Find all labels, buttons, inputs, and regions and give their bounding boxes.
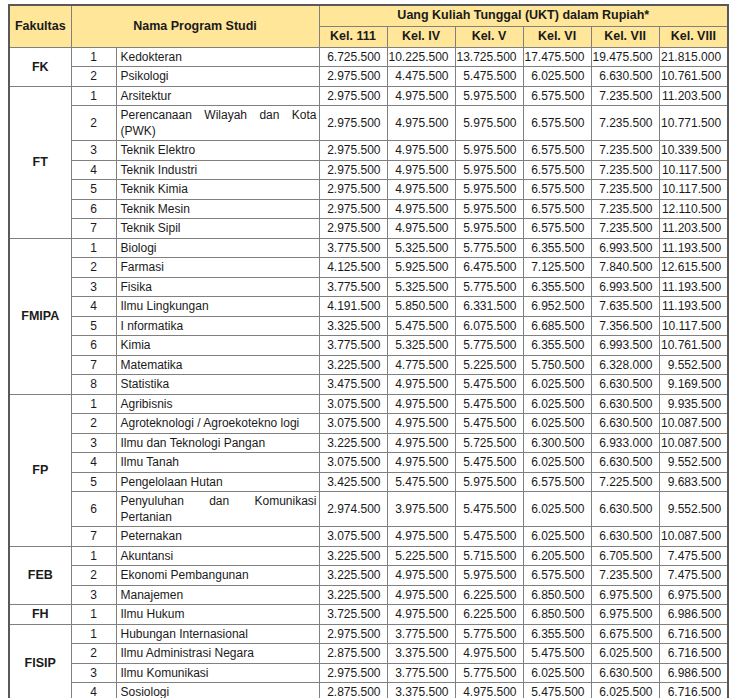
row-number-cell: 4: [71, 453, 116, 473]
ukt-value-cell: 11.193.500: [659, 297, 728, 317]
ukt-value-cell: 6.575.500: [523, 472, 591, 492]
ukt-value-cell: 5.975.500: [455, 472, 523, 492]
ukt-value-cell: 6.025.500: [523, 67, 591, 87]
table-row: 3Teknik Elektro2.975.5004.975.5005.975.5…: [9, 141, 728, 161]
ukt-value-cell: 10.339.500: [659, 141, 728, 161]
program-name-cell: Teknik Elektro: [116, 141, 319, 161]
ukt-value-cell: 6.355.500: [523, 238, 591, 258]
table-body: FK1Kedokteran6.725.50010.225.50013.725.5…: [9, 47, 728, 698]
ukt-value-cell: 17.475.500: [523, 47, 591, 67]
row-number-cell: 1: [71, 546, 116, 566]
program-name-cell: Ilmu Lingkungan: [116, 297, 319, 317]
ukt-value-cell: 5.475.500: [523, 683, 591, 698]
ukt-value-cell: 6.331.500: [455, 297, 523, 317]
table-row: 3Fisika3.775.5005.325.5005.775.5006.355.…: [9, 277, 728, 297]
ukt-value-cell: 7.356.500: [591, 316, 659, 336]
row-number-cell: 3: [71, 277, 116, 297]
ukt-value-cell: 4.975.500: [387, 566, 455, 586]
program-name-cell: Penyuluhan dan Komunikasi Pertanian: [116, 492, 319, 527]
table-row: 2Ilmu Administrasi Negara2.875.5003.375.…: [9, 644, 728, 664]
ukt-value-cell: 6.025.500: [523, 492, 591, 527]
ukt-value-cell: 6.355.500: [523, 624, 591, 644]
ukt-value-cell: 5.975.500: [455, 141, 523, 161]
ukt-value-cell: 5.850.500: [387, 297, 455, 317]
table-row: 3Ilmu Komunikasi2.975.5003.775.5005.775.…: [9, 663, 728, 683]
ukt-value-cell: 5.775.500: [455, 336, 523, 356]
ukt-value-cell: 9.552.500: [659, 355, 728, 375]
ukt-value-cell: 7.475.500: [659, 546, 728, 566]
ukt-value-cell: 2.975.500: [319, 663, 387, 683]
ukt-value-cell: 4.775.500: [387, 355, 455, 375]
ukt-value-cell: 6.328.000: [591, 355, 659, 375]
ukt-value-cell: 4.975.500: [387, 453, 455, 473]
table-row: 6Penyuluhan dan Komunikasi Pertanian2.97…: [9, 492, 728, 527]
ukt-value-cell: 4.975.500: [387, 160, 455, 180]
table-row: 7Peternakan3.075.5004.975.5005.475.5006.…: [9, 527, 728, 547]
table-row: 5Teknik Kimia2.975.5004.975.5005.975.500…: [9, 180, 728, 200]
ukt-value-cell: 3.375.500: [387, 644, 455, 664]
row-number-cell: 3: [71, 433, 116, 453]
faculty-cell: FEB: [9, 546, 71, 605]
faculty-cell: FISIP: [9, 624, 71, 698]
program-name-cell: Manajemen: [116, 585, 319, 605]
ukt-value-cell: 2.975.500: [319, 199, 387, 219]
ukt-value-cell: 7.635.500: [591, 297, 659, 317]
faculty-cell: FK: [9, 47, 71, 86]
ukt-value-cell: 12.110.500: [659, 199, 728, 219]
program-name-cell: Matematika: [116, 355, 319, 375]
table-row: 6Kimia3.775.5005.325.5005.775.5006.355.5…: [9, 336, 728, 356]
row-number-cell: 2: [71, 106, 116, 141]
program-name-cell: Kimia: [116, 336, 319, 356]
ukt-value-cell: 5.775.500: [455, 238, 523, 258]
ukt-value-cell: 4.975.500: [387, 106, 455, 141]
ukt-value-cell: 7.235.500: [591, 86, 659, 106]
ukt-value-cell: 6.993.500: [591, 336, 659, 356]
ukt-value-cell: 4.975.500: [455, 644, 523, 664]
ukt-value-cell: 19.475.500: [591, 47, 659, 67]
ukt-value-cell: 6.630.500: [591, 375, 659, 395]
ukt-value-cell: 6.025.500: [523, 375, 591, 395]
ukt-value-cell: 2.975.500: [319, 86, 387, 106]
ukt-value-cell: 6.025.500: [523, 663, 591, 683]
row-number-cell: 7: [71, 527, 116, 547]
table-row: 7Teknik Sipil2.975.5004.975.5005.975.500…: [9, 219, 728, 239]
table-row: 4Teknik Industri2.975.5004.975.5005.975.…: [9, 160, 728, 180]
ukt-value-cell: 3.775.500: [387, 663, 455, 683]
faculty-cell: FT: [9, 86, 71, 238]
ukt-value-cell: 6.575.500: [523, 160, 591, 180]
program-name-cell: Perencanaan Wilayah dan Kota (PWK): [116, 106, 319, 141]
ukt-value-cell: 11.193.500: [659, 238, 728, 258]
row-number-cell: 6: [71, 199, 116, 219]
row-number-cell: 7: [71, 355, 116, 375]
ukt-value-cell: 4.975.500: [387, 394, 455, 414]
row-number-cell: 4: [71, 297, 116, 317]
ukt-value-cell: 5.975.500: [455, 219, 523, 239]
table-row: 4Ilmu Tanah3.075.5004.975.5005.475.5006.…: [9, 453, 728, 473]
ukt-value-cell: 10.087.500: [659, 414, 728, 434]
ukt-value-cell: 10.761.500: [659, 336, 728, 356]
ukt-value-cell: 3.775.500: [319, 336, 387, 356]
program-name-cell: Teknik Mesin: [116, 199, 319, 219]
program-name-cell: Biologi: [116, 238, 319, 258]
ukt-value-cell: 5.775.500: [455, 277, 523, 297]
ukt-value-cell: 2.975.500: [319, 624, 387, 644]
program-name-cell: Akuntansi: [116, 546, 319, 566]
ukt-value-cell: 5.475.500: [455, 492, 523, 527]
col-header-fakultas: Fakultas: [9, 5, 71, 47]
ukt-value-cell: 7.235.500: [591, 160, 659, 180]
table-row: 3Manajemen3.225.5004.975.5006.225.5006.8…: [9, 585, 728, 605]
row-number-cell: 8: [71, 375, 116, 395]
ukt-value-cell: 7.475.500: [659, 566, 728, 586]
table-row: 4Ilmu Lingkungan4.191.5005.850.5006.331.…: [9, 297, 728, 317]
ukt-value-cell: 7.235.500: [591, 180, 659, 200]
row-number-cell: 6: [71, 336, 116, 356]
ukt-value-cell: 10.117.500: [659, 316, 728, 336]
col-header-kel: Kel. VII: [591, 26, 659, 47]
ukt-value-cell: 6.205.500: [523, 546, 591, 566]
program-name-cell: Ilmu Hukum: [116, 605, 319, 625]
ukt-value-cell: 2.975.500: [319, 160, 387, 180]
ukt-value-cell: 6.075.500: [455, 316, 523, 336]
ukt-value-cell: 5.475.500: [455, 453, 523, 473]
ukt-value-cell: 3.775.500: [387, 624, 455, 644]
table-row: 2Agroteknologi / Agroekotekno logi3.075.…: [9, 414, 728, 434]
